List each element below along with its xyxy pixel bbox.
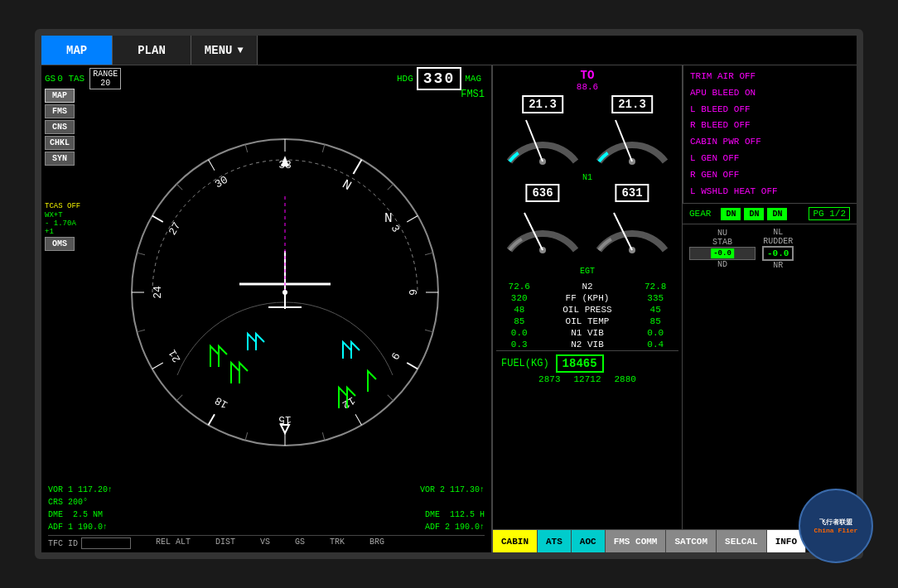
svg-line-21 [209, 160, 215, 171]
nr-label: NR [773, 261, 783, 270]
gear-indicator-1: DN [721, 208, 741, 220]
nd-bottom: VOR 1 117.20↑ CRS 200° DME 2.5 NM ADF 1 … [41, 480, 491, 552]
oil-press-left: 48 [496, 304, 543, 316]
warning-trim-air: TRIM AIR OFF [690, 69, 850, 85]
hdg-value: 330 [417, 67, 461, 90]
rudder-value: -0.0 [762, 246, 794, 261]
adf1-arrow: ↑ [103, 523, 108, 532]
menu-label: MENU [205, 44, 233, 57]
n1vib-right: 0.0 [632, 327, 678, 339]
svg-line-15 [152, 363, 163, 369]
adf1-label: ADF 1 [48, 523, 73, 532]
n1-gauges: 21.3 21.3 [496, 95, 678, 178]
fuel-sub-row: 2873 12712 2880 [501, 374, 674, 384]
svg-line-7 [407, 363, 418, 369]
oil-temp-label: OIL TEMP [543, 316, 633, 327]
egt-left-value: 636 [525, 184, 559, 202]
fuel-section: FUEL(KG) 18465 2873 12712 2880 [496, 350, 678, 388]
tab-satcom[interactable]: SATCOM [666, 530, 717, 552]
vor2-arrow: ↑ [480, 485, 485, 494]
warning-l-gen: L GEN OFF [690, 151, 850, 167]
dme2-value: 112.5 H [450, 510, 485, 519]
right-panel: TO 88.6 21.3 [493, 65, 857, 552]
btn-fms[interactable]: FMS [45, 104, 75, 118]
gear-label: GEAR [689, 209, 711, 219]
gear-indicator-2: DN [744, 208, 764, 220]
dme-value: 2.5 NM [73, 510, 103, 519]
table-row: 320 FF (KPH) 335 [496, 292, 678, 304]
adf2-arrow: ↑ [480, 523, 485, 532]
table-row: 0.0 N1 VIB 0.0 [496, 327, 678, 339]
n1-left-gauge: 21.3 [501, 95, 584, 178]
svg-line-9 [355, 414, 362, 425]
btn-oms[interactable]: OMS [45, 237, 75, 251]
compass-container: N 3 6 9 12 15 18 [79, 82, 491, 486]
n2-left: 72.6 [496, 281, 543, 292]
svg-line-35 [245, 144, 248, 152]
tab-aoc[interactable]: AOC [572, 530, 606, 552]
to-label: TO [496, 69, 678, 82]
btn-cns[interactable]: CNS [45, 120, 75, 134]
adf2-label: ADF 2 [425, 523, 450, 532]
tfc-input[interactable] [81, 537, 131, 549]
tab-map[interactable]: MAP [41, 36, 113, 65]
range-value: 20 [93, 79, 118, 88]
n2-right: 72.8 [632, 281, 678, 292]
table-row: 0.3 N2 VIB 0.4 [496, 339, 678, 350]
tab-cabin[interactable]: CABIN [493, 530, 538, 552]
svg-line-27 [425, 330, 433, 332]
ff-left: 320 [496, 292, 543, 304]
btn-chkl[interactable]: CHKL [45, 136, 75, 150]
vor1-arrow: ↑ [108, 485, 113, 494]
hdg-label: HDG [397, 74, 413, 84]
left-panel: GS 0 TAS RANGE 20 HDG 330 MAG FMS1 MAP [41, 65, 493, 552]
tab-menu[interactable]: MENU ▼ [191, 36, 258, 65]
val-886: 88.6 [496, 82, 678, 92]
egt-right-gauge: 631 [591, 184, 674, 267]
n1-left-value: 21.3 [522, 95, 563, 113]
svg-text:24: 24 [152, 286, 164, 299]
vor2-value: 117.30 [450, 485, 480, 494]
wx-text: WX+T [45, 211, 63, 219]
n1-right-gauge: 21.3 [591, 95, 674, 178]
svg-text:15: 15 [278, 413, 292, 426]
nav-display: GS 0 TAS RANGE 20 HDG 330 MAG FMS1 MAP [41, 65, 491, 552]
n2vib-right: 0.4 [632, 339, 678, 350]
svg-line-30 [245, 432, 248, 441]
tab-plan[interactable]: PLAN [113, 36, 191, 65]
btn-map[interactable]: MAP [45, 89, 75, 103]
svg-text:N: N [384, 211, 393, 226]
trim-indicator: -0.0 [711, 248, 734, 258]
fuel-label: FUEL(KG) [501, 358, 549, 369]
nd-bottom-info: VOR 1 117.20↑ CRS 200° DME 2.5 NM ADF 1 … [48, 484, 485, 533]
svg-text:6: 6 [406, 289, 418, 296]
dist-label: DIST [215, 537, 235, 549]
btn-syn[interactable]: SYN [45, 152, 75, 166]
trim-rudder-area: NL RUDDER -0.0 NR [762, 228, 794, 270]
egt-right-value: 631 [615, 184, 649, 202]
logo-text1: 飞行者联盟 [819, 518, 852, 527]
menu-arrow-icon: ▼ [237, 45, 243, 56]
range-label: RANGE [93, 70, 118, 79]
hdg-display: HDG 330 MAG [397, 67, 481, 90]
dme-label: DME [48, 510, 63, 519]
svg-line-1 [354, 160, 362, 174]
warning-l-wshld: L WSHLD HEAT OFF [690, 184, 850, 200]
tfc-label: TFC ID [48, 539, 78, 548]
crs-label: CRS [48, 498, 63, 507]
warning-cabin-pwr: CABIN PWR OFF [690, 134, 850, 151]
tab-fms-comm[interactable]: FMS COMM [606, 530, 667, 552]
egt-gauges: 636 631 [496, 184, 678, 267]
svg-line-33 [137, 253, 145, 255]
n1vib-left: 0.0 [496, 327, 543, 339]
trk-label: TRK [330, 537, 345, 549]
nd-header: GS 0 TAS RANGE 20 HDG 330 MAG [41, 65, 491, 92]
n2vib-left: 0.3 [496, 339, 543, 350]
ff-right: 335 [632, 292, 678, 304]
svg-line-13 [209, 414, 215, 425]
svg-text:N: N [340, 177, 354, 194]
tab-selcal[interactable]: SELCAL [717, 530, 767, 552]
tfc-id-area: TFC ID [48, 537, 131, 549]
tab-ats[interactable]: ATS [538, 530, 572, 552]
svg-line-26 [425, 253, 433, 255]
